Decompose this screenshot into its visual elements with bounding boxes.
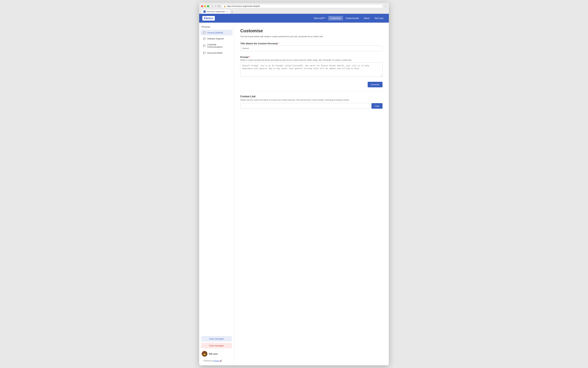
- tab-close-icon[interactable]: ✕: [226, 10, 228, 13]
- avatar-image: 🧑: [202, 351, 207, 357]
- title-field-label: Title (Name the Custom Persona) *: [240, 42, 383, 45]
- user-name: Raf Laus: [209, 353, 218, 355]
- sidebar-item-document-writer[interactable]: 💬 Document Writer: [200, 50, 232, 56]
- clear-messages-button[interactable]: Clear messages: [201, 343, 232, 348]
- powered-by-prefix: Powered by: [204, 360, 213, 362]
- title-label-text: Title (Name the Custom Persona): [240, 42, 277, 45]
- prompt-textarea[interactable]: [240, 63, 383, 77]
- page-title: Customise: [240, 28, 383, 33]
- user-info: 🧑 Raf Laus: [201, 350, 232, 358]
- url-bar[interactable]: https://chat.elanco.ai/generate-deeplink: [227, 5, 260, 7]
- horizon-emoji: 🚀: [220, 360, 222, 362]
- sidebar-item-label-general: General (Default): [207, 31, 223, 34]
- powered-by: Powered by Horizon 🚀: [201, 359, 232, 363]
- nav-links: ElancoGPT Customise Experimental About R…: [312, 16, 386, 20]
- tab-favicon: f: [204, 10, 206, 13]
- personas-label: Personas: [199, 26, 234, 30]
- nav-experimental[interactable]: Experimental: [344, 16, 361, 20]
- browser-tab[interactable]: f chat.elanco.ai/generate-deepli... ✕: [201, 9, 231, 14]
- custom-link-section: Custom Link Please use the custom link b…: [240, 95, 383, 109]
- section-divider: [240, 91, 383, 91]
- prompt-field-desc: Define a custom prompt that will be pre-…: [240, 59, 383, 61]
- sidebar-item-label-document: Document Writer: [207, 52, 223, 54]
- chat-icon-4: 💬: [203, 52, 206, 54]
- sidebar: Personas 💬 General (Default) 💬 Software …: [199, 23, 234, 365]
- sidebar-item-label-corporate: Corporate Communications: [207, 43, 230, 48]
- title-field-section: Title (Name the Custom Persona) *: [240, 42, 383, 51]
- copy-button[interactable]: Copy: [372, 103, 383, 109]
- tab-title: chat.elanco.ai/generate-deepli...: [207, 11, 226, 12]
- sidebar-item-software-engineer[interactable]: 💬 Software Engineer: [200, 36, 232, 41]
- lock-icon: 🔒: [224, 5, 226, 7]
- main-content: Customise The text boxes below will crea…: [234, 23, 389, 365]
- maximize-dot[interactable]: [207, 5, 209, 7]
- chat-icon-3: 💬: [203, 45, 206, 47]
- sidebar-item-general-default[interactable]: 💬 General (Default): [200, 30, 232, 36]
- nav-raflaus[interactable]: Raf Laus: [372, 16, 386, 20]
- logo-text: Elanco: [204, 17, 213, 20]
- site-navigation: Elanco ElancoGPT Customise Experimental …: [199, 14, 389, 23]
- required-star-title: *: [278, 42, 279, 45]
- chat-icon: 💬: [203, 31, 206, 34]
- page-description: The text boxes below will create a custo…: [240, 35, 383, 38]
- nav-elancogpt[interactable]: ElancoGPT: [312, 16, 328, 20]
- new-tab-button[interactable]: +: [231, 10, 233, 14]
- sidebar-bottom: Copy messages Clear messages 🧑 Raf Laus …: [199, 334, 234, 365]
- link-input-row: Copy: [240, 103, 383, 109]
- generate-btn-container: Generate: [240, 82, 383, 87]
- required-star-prompt: *: [249, 56, 250, 58]
- horizon-link[interactable]: Horizon 🚀: [213, 360, 222, 362]
- browser-menu-icon[interactable]: ⋮: [384, 4, 387, 8]
- reload-button[interactable]: ↻: [217, 5, 221, 8]
- prompt-label-text: Prompt: [240, 56, 249, 58]
- title-input[interactable]: [240, 46, 383, 51]
- avatar: 🧑: [202, 351, 207, 357]
- custom-link-title: Custom Link: [240, 95, 383, 98]
- sidebar-item-label-software: Software Engineer: [207, 37, 224, 40]
- prompt-field-section: Prompt * Define a custom prompt that wil…: [240, 56, 383, 77]
- minimize-dot[interactable]: [204, 5, 206, 7]
- nav-customise[interactable]: Customise: [328, 16, 343, 20]
- sidebar-item-corporate-comms[interactable]: 💬 Corporate Communications: [200, 42, 232, 50]
- horizon-label: Horizon: [213, 360, 219, 362]
- nav-about[interactable]: About: [362, 16, 372, 20]
- copy-messages-button[interactable]: Copy messages: [201, 336, 232, 341]
- app-body: Personas 💬 General (Default) 💬 Software …: [199, 23, 389, 365]
- logo[interactable]: Elanco: [202, 16, 215, 21]
- prompt-field-label: Prompt *: [240, 56, 383, 58]
- back-button[interactable]: ‹: [212, 5, 214, 8]
- close-dot[interactable]: [201, 5, 203, 7]
- forward-button[interactable]: ›: [215, 5, 217, 8]
- generate-button[interactable]: Generate: [368, 82, 383, 87]
- custom-link-input[interactable]: [240, 103, 370, 109]
- custom-link-desc: Please use the custom link below to acce…: [240, 99, 383, 101]
- chat-icon-2: 💬: [203, 37, 206, 40]
